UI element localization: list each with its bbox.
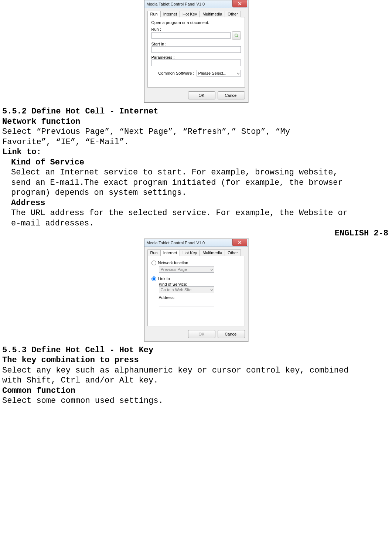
- heading-network-function: Network function: [2, 117, 390, 127]
- params-label: Parameters :: [151, 55, 241, 59]
- heading-553: 5.5.3 Define Hot Cell - Hot Key: [2, 345, 390, 356]
- kind-of-service-combo[interactable]: Go to a Web Site: [159, 286, 214, 293]
- chevron-down-icon: [210, 288, 213, 292]
- cancel-button[interactable]: Cancel: [218, 91, 245, 99]
- run-label: Run :: [151, 27, 241, 31]
- tab-other[interactable]: Other: [225, 11, 241, 17]
- tabstrip: Run Internet Hot Key Multimedia Other: [147, 10, 245, 17]
- text-552-p3a: The URL address for the selected service…: [11, 208, 390, 218]
- text-552-p2c: program) depends on system settings.: [11, 188, 390, 198]
- tab-multimedia[interactable]: Multimedia: [200, 249, 225, 256]
- chevron-down-icon: [210, 268, 213, 272]
- cancel-button[interactable]: Cancel: [218, 330, 245, 338]
- titlebar[interactable]: Media Tablet Control Panel V1.0: [144, 0, 248, 8]
- close-icon[interactable]: [232, 0, 247, 7]
- text-552-p3b: e-mail addresses.: [11, 218, 390, 229]
- heading-key-combo: The key combination to press: [2, 355, 390, 366]
- tab-page-internet: Network function Previous Page Link to: [147, 256, 245, 326]
- tab-internet[interactable]: Internet: [160, 249, 180, 256]
- network-function-combo[interactable]: Previous Page: [159, 266, 214, 273]
- close-icon[interactable]: [232, 239, 247, 246]
- titlebar[interactable]: Media Tablet Control Panel V1.0: [144, 239, 248, 247]
- radio-network-function-input[interactable]: [151, 261, 156, 265]
- address-label: Address:: [159, 295, 241, 300]
- radio-network-function[interactable]: Network function: [151, 261, 241, 265]
- heading-kind-of-service: Kind of Service: [11, 157, 390, 168]
- heading-common-function: Common function: [2, 386, 390, 396]
- text-552-p2a: Select an Internet service to start. For…: [11, 167, 390, 178]
- startin-input[interactable]: [151, 46, 241, 53]
- open-hint: Open a program or a document.: [151, 20, 241, 25]
- text-552-p1a: Select “Previous Page”, “Next Page”, “Re…: [2, 127, 390, 137]
- radio-link-to[interactable]: Link to: [151, 276, 241, 281]
- text-553-p1a: Select any key such as alphanumeric key …: [2, 366, 390, 376]
- tab-run[interactable]: Run: [147, 249, 161, 256]
- chevron-down-icon: [237, 71, 240, 76]
- network-function-value: Previous Page: [161, 267, 187, 272]
- text-553-p2: Select some common used settings.: [2, 396, 390, 406]
- radio-network-function-label: Network function: [158, 261, 188, 265]
- radio-link-to-input[interactable]: [151, 276, 156, 281]
- tab-other[interactable]: Other: [225, 249, 241, 256]
- heading-address: Address: [11, 198, 390, 208]
- tab-multimedia[interactable]: Multimedia: [200, 11, 225, 17]
- svg-point-0: [235, 34, 237, 36]
- common-software-label: Common Software :: [158, 71, 194, 75]
- ok-button[interactable]: OK: [188, 330, 215, 338]
- tab-hot-key[interactable]: Hot Key: [180, 11, 200, 17]
- ok-button[interactable]: OK: [188, 91, 215, 99]
- common-software-value: Please Select...: [198, 71, 226, 75]
- text-553-p1b: with Shift, Ctrl and/or Alt key.: [2, 375, 390, 386]
- heading-link-to: Link to:: [2, 147, 390, 157]
- tab-internet[interactable]: Internet: [160, 11, 180, 17]
- page-tag: ENGLISH 2-8: [2, 228, 390, 239]
- radio-link-to-label: Link to: [158, 276, 170, 281]
- address-input[interactable]: [159, 300, 214, 306]
- kind-of-service-value: Go to a Web Site: [161, 288, 192, 292]
- dialog-internet: Media Tablet Control Panel V1.0 Run Inte…: [144, 239, 248, 341]
- tabstrip: Run Internet Hot Key Multimedia Other: [147, 249, 245, 256]
- svg-line-1: [237, 36, 238, 37]
- text-552-p2b: send an E-mail.The exact program initiat…: [11, 178, 390, 188]
- text-552-p1b: Favorite”, “IE”, “E-Mail”.: [2, 137, 390, 147]
- kind-of-service-label: Kind of Service:: [159, 282, 241, 286]
- heading-552: 5.5.2 Define Hot Cell - Internet: [2, 106, 390, 117]
- common-software-combo[interactable]: Please Select...: [197, 70, 241, 76]
- browse-icon[interactable]: [232, 31, 241, 40]
- run-input[interactable]: [151, 32, 231, 39]
- dialog-run: Media Tablet Control Panel V1.0 Run Inte…: [144, 0, 248, 103]
- params-input[interactable]: [151, 59, 241, 66]
- tab-page-run: Open a program or a document. Run : Star…: [147, 17, 245, 88]
- tab-run[interactable]: Run: [147, 11, 161, 17]
- startin-label: Start in :: [151, 42, 241, 46]
- tab-hot-key[interactable]: Hot Key: [180, 249, 200, 256]
